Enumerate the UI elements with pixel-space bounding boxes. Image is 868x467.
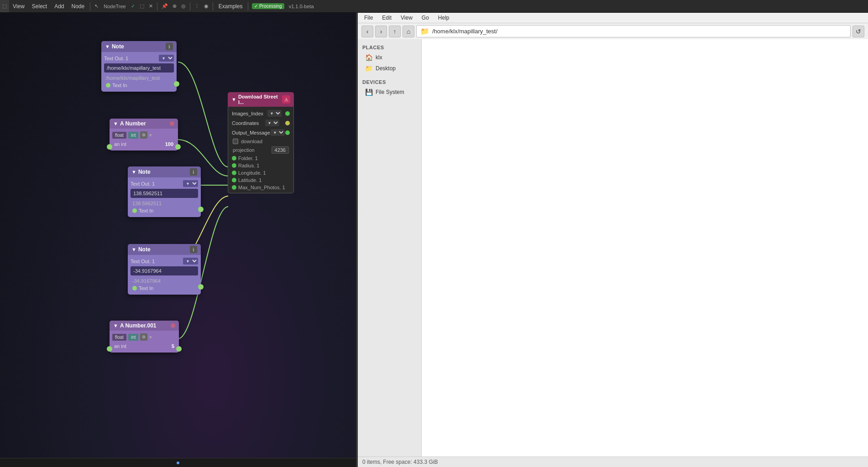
check-icon[interactable]: ✓ [129, 0, 137, 12]
fb-menu-edit[interactable]: Edit [377, 13, 396, 23]
warning-icon: ⚠ [282, 95, 290, 104]
dropdown-arrow2[interactable]: ▾ [149, 334, 152, 340]
number1-type-row: float int ⚙ ▾ [112, 131, 175, 139]
close-icon[interactable]: ✕ [146, 0, 155, 12]
projection-value[interactable]: 4236 [272, 146, 289, 154]
layers-icon[interactable]: ⬚ [137, 0, 146, 12]
sidebar-item-desktop[interactable]: 📁 Desktop [358, 63, 421, 74]
number2-title: A Number.001 [120, 322, 169, 329]
int-btn2[interactable]: int [128, 334, 139, 341]
note2-header[interactable]: ▼ Note ℹ [128, 166, 201, 177]
menu-node[interactable]: Node [68, 0, 89, 12]
float-btn[interactable]: float [112, 132, 126, 139]
menu-select[interactable]: Select [28, 0, 51, 12]
dl-input-folder: Folder. 1 [230, 155, 292, 162]
images-dropdown[interactable]: ▾ [267, 110, 282, 117]
collapse-arrow[interactable]: ▼ [131, 169, 136, 175]
note1-output-dropdown[interactable]: ▾ [159, 55, 174, 62]
note2-textbox[interactable] [131, 189, 198, 198]
note3-textbox[interactable] [131, 266, 198, 275]
note-node-2[interactable]: ▼ Note ℹ Text Out. 1 ▾ 138.5962511 Text … [128, 166, 201, 217]
node-editor-status [0, 458, 356, 467]
number2-body: float int ⚙ ▾ an int 5 [110, 331, 179, 353]
note3-output-row: Text Out. 1 ▾ [131, 258, 198, 265]
coords-dropdown[interactable]: ▾ [265, 119, 279, 126]
images-socket [285, 111, 290, 116]
projection-label: projection [233, 147, 255, 153]
pin-icon[interactable]: 📌 [159, 0, 170, 12]
note1-input-label: Text In [112, 83, 127, 88]
fb-menu-go[interactable]: Go [417, 13, 434, 23]
number2-header[interactable]: ▼ A Number.001 [110, 321, 179, 331]
download-checkbox[interactable] [233, 139, 238, 144]
back-button[interactable]: ‹ [361, 26, 373, 37]
note3-subtext: -34.9167964 [131, 277, 198, 285]
examples-btn[interactable]: Examples [215, 0, 246, 12]
note1-textbox[interactable] [104, 63, 174, 73]
view-icon[interactable]: ◎ [179, 0, 188, 12]
note-node-3[interactable]: ▼ Note ℹ Text Out. 1 ▾ -34.9167964 Text … [128, 244, 201, 295]
separator [90, 2, 90, 10]
note1-header[interactable]: ▼ Note ℹ [101, 41, 177, 52]
number1-dot [170, 121, 174, 126]
fb-menu-file[interactable]: File [360, 13, 377, 23]
note-node-1[interactable]: ▼ Note ℹ Text Out. 1 ▾ /home/klx/mapilla… [101, 41, 177, 92]
number1-body: float int ⚙ ▾ an int 100 [110, 129, 178, 150]
info-icon[interactable]: ℹ [190, 168, 197, 176]
note3-input-label: Text In [139, 285, 153, 291]
note2-output-row: Text Out. 1 ▾ [131, 180, 198, 187]
sidebar-item-filesystem[interactable]: 💾 File System [358, 87, 421, 98]
node-editor[interactable]: ▼ Note ℹ Text Out. 1 ▾ /home/klx/mapilla… [0, 13, 356, 467]
note1-body: Text Out. 1 ▾ /home/klx/mapillary_test T… [101, 52, 177, 92]
collapse-arrow[interactable]: ▼ [231, 97, 236, 102]
output-msg-dropdown[interactable]: ▾ [271, 129, 285, 136]
coords-socket [285, 121, 290, 125]
desktop-label: Desktop [376, 65, 396, 72]
home-button[interactable]: ⌂ [403, 26, 414, 37]
float-btn2[interactable]: float [112, 334, 126, 341]
transform-icon[interactable]: ⊕ [170, 0, 179, 12]
filesystem-label: File System [376, 89, 404, 95]
number1-value: 100 [165, 141, 173, 147]
gear-icon2[interactable]: ⚙ [140, 333, 147, 341]
info-icon[interactable]: ℹ [166, 43, 173, 50]
forward-button[interactable]: › [375, 26, 387, 37]
dl-output-coords: Coordinates ▾ [230, 118, 292, 128]
number-node-2[interactable]: ▼ A Number.001 float int ⚙ ▾ an int 5 [110, 321, 179, 353]
download-node[interactable]: ▼ Download Street I... ⚠ Images_Index ▾ … [228, 92, 294, 193]
number-node-1[interactable]: ▼ A Number float int ⚙ ▾ an int 100 [110, 119, 178, 150]
refresh-button[interactable]: ↺ [852, 26, 864, 37]
note3-output-dropdown[interactable]: ▾ [183, 258, 198, 265]
fb-menu-help[interactable]: Help [434, 13, 454, 23]
collapse-arrow[interactable]: ▼ [105, 44, 110, 49]
note3-header[interactable]: ▼ Note ℹ [128, 244, 201, 255]
note3-text-in: Text In [131, 285, 198, 292]
collapse-arrow[interactable]: ▼ [113, 121, 118, 126]
note2-output-dropdown[interactable]: ▾ [183, 180, 198, 187]
fb-menu-view[interactable]: View [396, 13, 417, 23]
fb-main-area[interactable] [422, 39, 868, 457]
dot-matrix-icon[interactable]: ⋮ [192, 0, 202, 12]
collapse-arrow[interactable]: ▼ [131, 247, 136, 252]
circle-icon[interactable]: ◉ [202, 0, 211, 12]
menu-add[interactable]: Add [51, 0, 68, 12]
gear-icon[interactable]: ⚙ [140, 131, 147, 139]
status-dot [177, 462, 179, 464]
info-icon[interactable]: ℹ [190, 246, 197, 253]
cursor-mode-icon[interactable]: ↖ [92, 0, 101, 12]
latitude-label: Latitude. 1 [238, 177, 261, 183]
path-folder-icon: 📁 [420, 27, 429, 36]
download-header[interactable]: ▼ Download Street I... ⚠ [228, 92, 294, 107]
collapse-arrow[interactable]: ▼ [113, 323, 118, 328]
maxphotos-socket [232, 185, 236, 190]
path-bar[interactable]: 📁 /home/klx/mapillary_test/ [416, 25, 851, 37]
up-button[interactable]: ↑ [389, 26, 401, 37]
number1-header[interactable]: ▼ A Number [110, 119, 178, 129]
dropdown-arrow[interactable]: ▾ [149, 132, 152, 138]
dl-input-radius: Radius. 1 [230, 162, 292, 169]
cursor-icon[interactable]: ⬚ [0, 0, 9, 12]
menu-view[interactable]: View [9, 0, 28, 12]
sidebar-item-klx[interactable]: 🏠 klx [358, 52, 421, 63]
int-btn[interactable]: int [128, 132, 139, 139]
folder-socket [232, 156, 236, 161]
